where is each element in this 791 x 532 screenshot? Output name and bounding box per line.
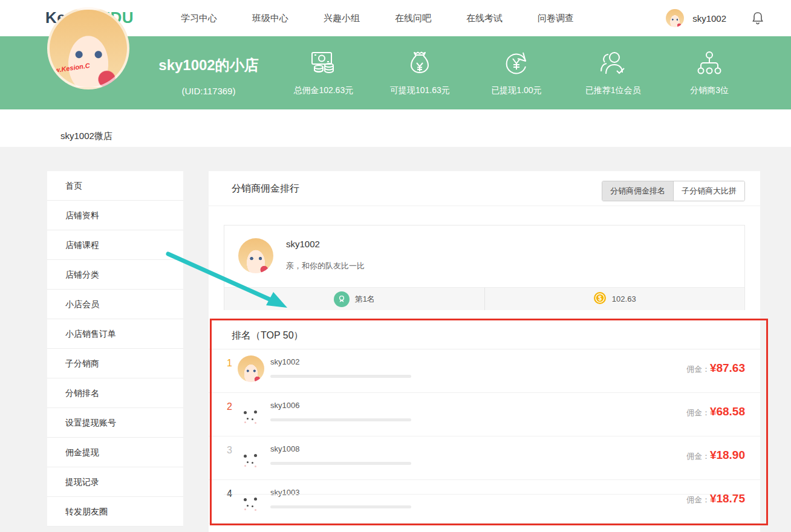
sidebar-item-withdraw-account[interactable]: 设置提现账号 xyxy=(47,408,183,438)
navbar-user-area: sky1002 xyxy=(666,0,764,36)
stat-total-commission: 总佣金102.63元 xyxy=(275,36,372,109)
ranking-row: 3 sky1008 佣金：¥18.90 xyxy=(209,436,760,480)
username-label[interactable]: sky1002 xyxy=(692,13,726,24)
nav-item-learning-center[interactable]: 学习中心 xyxy=(163,13,235,24)
my-rank-label: 第1名 xyxy=(355,294,375,305)
gold-coin-icon: $ xyxy=(593,291,607,307)
tab-distributor-commission-rank[interactable]: 分销商佣金排名 xyxy=(602,181,673,201)
sidebar-item-withdraw-records[interactable]: 提现记录 xyxy=(47,467,183,497)
members-icon xyxy=(598,50,628,77)
commission-label: 佣金： xyxy=(686,365,710,374)
commission-amount: ¥68.58 xyxy=(710,405,745,418)
summary-username: sky1002 xyxy=(286,239,320,249)
stat-withdrawable: 可提现101.63元 xyxy=(372,36,469,109)
distributor-tree-icon xyxy=(695,50,723,77)
bell-icon[interactable] xyxy=(752,11,764,25)
shop-owner-avatar: w.Kesion.C xyxy=(47,7,129,89)
shop-uid: (UID:117369) xyxy=(142,86,275,96)
cash-coins-icon xyxy=(308,50,339,77)
money-bag-icon xyxy=(406,50,434,77)
member-name: sky1006 xyxy=(270,401,299,410)
nav-item-online-qa[interactable]: 在线问吧 xyxy=(377,13,449,24)
commission-ranking-panel: 分销商佣金排行 分销商佣金排名 子分销商大比拼 sky1002 亲，和你的队友比… xyxy=(209,171,760,532)
main-nav: 学习中心 班级中心 兴趣小组 在线问吧 在线考试 问卷调查 xyxy=(163,0,591,36)
commission-bar-track xyxy=(270,505,411,508)
stat-distributors: 分销商3位 xyxy=(661,36,758,109)
next-row-divider xyxy=(224,494,745,495)
sidebar-item-shop-members[interactable]: 小店会员 xyxy=(47,290,183,319)
sidebar-item-shop-profile[interactable]: 店铺资料 xyxy=(47,201,183,230)
panel-title: 分销商佣金排行 xyxy=(232,183,299,195)
stat-label: 已提现1.00元 xyxy=(491,85,541,96)
my-commission-cell: $ 102.63 xyxy=(484,288,745,310)
panel-header: 分销商佣金排行 分销商佣金排名 子分销商大比拼 xyxy=(209,171,760,206)
commission-bar-track xyxy=(270,418,411,421)
shop-name-label: sky1002微店 xyxy=(60,131,112,142)
stat-withdrawn: 已提现1.00元 xyxy=(468,36,565,109)
sidebar-item-shop-courses[interactable]: 店铺课程 xyxy=(47,230,183,260)
ranking-row: 4 sky1003 佣金：¥18.75 xyxy=(209,480,760,524)
nav-item-class-center[interactable]: 班级中心 xyxy=(235,13,306,24)
shop-strip: sky1002微店 xyxy=(0,109,791,147)
sidebar-item-distribution-ranking[interactable]: 分销排名 xyxy=(47,378,183,408)
nav-item-interest-groups[interactable]: 兴趣小组 xyxy=(306,13,377,24)
sidebar-item-sales-orders[interactable]: 小店销售订单 xyxy=(47,319,183,349)
sidebar-item-home[interactable]: 首页 xyxy=(47,171,183,201)
commission-amount: ¥87.63 xyxy=(710,362,745,374)
commission-label: 佣金： xyxy=(686,408,710,417)
hero-stats: 总佣金102.63元 可提现101.63元 已提现1.00元 xyxy=(275,36,758,109)
avatar-watermark: w.Kesion.C xyxy=(54,62,90,74)
sidebar-item-share-moments[interactable]: 转发朋友圈 xyxy=(47,497,183,527)
commission-label: 佣金： xyxy=(686,495,710,504)
summary-avatar xyxy=(238,238,273,273)
commission-bar-track xyxy=(270,462,411,465)
summary-subtitle: 亲，和你的队友比一比 xyxy=(286,261,365,271)
ranking-tab-group: 分销商佣金排名 子分销商大比拼 xyxy=(602,181,745,201)
shop-title: sky1002的小店 xyxy=(142,56,275,75)
my-rank-summary-card: sky1002 亲，和你的队友比一比 第1名 $ 102.63 xyxy=(224,225,745,310)
commission-bar-track xyxy=(270,375,411,378)
stat-label: 分销商3位 xyxy=(690,85,729,96)
nav-item-survey[interactable]: 问卷调查 xyxy=(520,13,591,24)
user-avatar[interactable] xyxy=(666,9,684,27)
svg-text:$: $ xyxy=(598,295,602,302)
rank-number: 3 xyxy=(227,445,232,456)
member-avatar xyxy=(238,355,264,382)
member-name: sky1002 xyxy=(270,357,299,366)
member-name: sky1003 xyxy=(270,488,299,497)
commission-amount: ¥18.90 xyxy=(710,449,745,461)
ranking-title-row: 排名（TOP 50） xyxy=(209,319,760,349)
rank-number: 2 xyxy=(227,401,232,412)
nav-item-online-exam[interactable]: 在线考试 xyxy=(449,13,520,24)
medal-icon xyxy=(334,291,350,307)
my-rank-cell: 第1名 xyxy=(224,288,484,310)
rank-number: 1 xyxy=(227,358,232,369)
sidebar-item-shop-categories[interactable]: 店铺分类 xyxy=(47,260,183,290)
ranking-row: 1 sky1002 佣金：¥87.63 xyxy=(209,349,760,393)
ranking-list: 排名（TOP 50） 1 sky1002 佣金：¥87.63 2 sky1006… xyxy=(209,319,760,524)
tab-sub-distributor-contest[interactable]: 子分销商大比拼 xyxy=(673,181,744,201)
withdraw-cycle-icon xyxy=(503,50,530,77)
my-commission-value: 102.63 xyxy=(612,294,636,303)
stat-label: 可提现101.63元 xyxy=(390,85,450,96)
stat-label: 已推荐1位会员 xyxy=(585,85,641,96)
ranking-title: 排名（TOP 50） xyxy=(232,329,304,342)
sidebar-item-sub-distributors[interactable]: 子分销商 xyxy=(47,349,183,378)
ranking-row: 2 sky1006 佣金：¥68.58 xyxy=(209,393,760,436)
commission-label: 佣金： xyxy=(686,452,710,461)
stat-referred-members: 已推荐1位会员 xyxy=(565,36,662,109)
sidebar-item-commission-withdraw[interactable]: 佣金提现 xyxy=(47,438,183,467)
sidebar: 首页 店铺资料 店铺课程 店铺分类 小店会员 小店销售订单 子分销商 分销排名 … xyxy=(47,171,183,527)
stat-label: 总佣金102.63元 xyxy=(293,85,353,96)
member-name: sky1008 xyxy=(270,444,299,453)
